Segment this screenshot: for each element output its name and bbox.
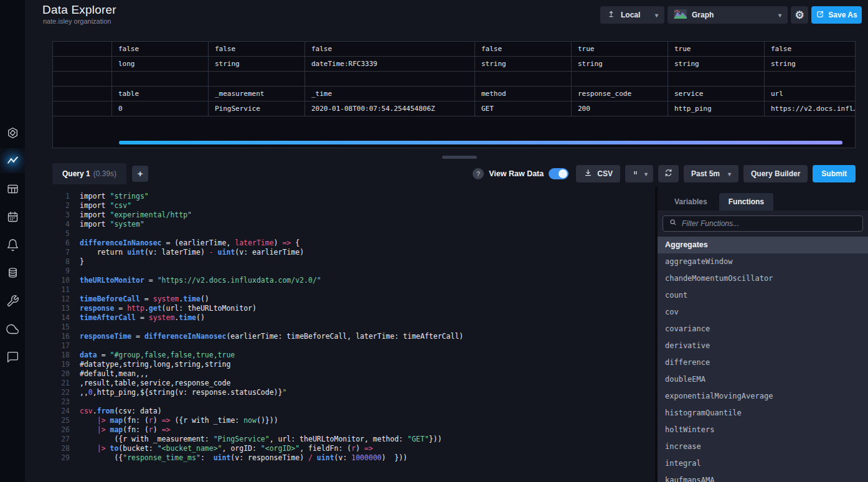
function-item[interactable]: covariance	[658, 321, 868, 338]
code-line[interactable]: 1import "strings"	[52, 192, 655, 201]
function-search-box[interactable]	[663, 215, 863, 232]
load-data-icon[interactable]	[0, 260, 25, 285]
time-range-label: Past 5m	[691, 169, 720, 178]
influxdb-logo-icon[interactable]	[0, 120, 25, 145]
table-cell: method	[475, 87, 572, 102]
code-line[interactable]: 22,,0,http_ping,${string(v: response.sta…	[52, 388, 655, 397]
save-as-label: Save As	[828, 11, 857, 19]
code-text: timeAfterCall = system.time()	[75, 313, 205, 323]
code-line[interactable]: 11	[52, 285, 655, 295]
code-line[interactable]: 2import "csv"	[52, 201, 655, 210]
code-line[interactable]: 28 |> to(bucket: "<bucket_name>", orgID:…	[52, 444, 655, 453]
code-line[interactable]: 29 ({"response_time_ms": uint(v: respons…	[52, 453, 655, 463]
code-line[interactable]: 10theURLtoMonitor = "https://v2.docs.inf…	[52, 276, 655, 285]
code-line[interactable]: 8}	[52, 257, 655, 267]
function-item[interactable]: derivative	[658, 338, 868, 354]
help-icon[interactable]: ?	[473, 168, 484, 179]
panel-resize-handle[interactable]	[442, 156, 477, 159]
cloud-icon[interactable]	[0, 316, 25, 341]
alerts-bell-icon[interactable]	[0, 232, 25, 257]
feedback-icon[interactable]	[0, 344, 25, 369]
function-item[interactable]: aggregateWindow	[658, 253, 868, 270]
function-search-input[interactable]	[682, 219, 857, 228]
functions-list: aggregateWindowchandeMomentumOscillatorc…	[658, 253, 868, 482]
code-line[interactable]: 26 |> map(fn: (r) =>	[52, 425, 655, 435]
function-item[interactable]: chandeMomentumOscillator	[658, 270, 868, 287]
table-cell	[765, 72, 855, 87]
function-item[interactable]: doubleEMA	[658, 371, 868, 388]
view-raw-data-toggle[interactable]	[549, 168, 568, 179]
line-number: 22	[52, 388, 75, 397]
function-item[interactable]: kaufmansAMA	[658, 472, 868, 482]
code-line[interactable]: 20#default,mean,,,	[52, 369, 655, 379]
source-dropdown[interactable]: Local ▾	[600, 6, 664, 24]
settings-button[interactable]: ⚙	[791, 6, 808, 24]
code-line[interactable]: 16responseTime = differenceInNanosec(ear…	[52, 332, 655, 341]
function-item[interactable]: histogramQuantile	[658, 405, 868, 422]
tasks-calendar-icon[interactable]	[0, 204, 25, 229]
flux-editor[interactable]: 1import "strings"2import "csv"3import "e…	[52, 187, 655, 482]
graph-thumbnail-icon	[674, 9, 687, 21]
tab-functions[interactable]: Functions	[719, 193, 773, 210]
code-line[interactable]: 25 |> map(fn: (r) => ({r with _time: now…	[52, 416, 655, 425]
function-item[interactable]: increase	[658, 438, 868, 455]
table-horizontal-scrollbar[interactable]	[119, 141, 842, 144]
tab-variables[interactable]: Variables	[665, 193, 717, 210]
code-line[interactable]: 6differenceInNanosec = (earlierTime, lat…	[52, 239, 655, 248]
add-query-button[interactable]: +	[132, 166, 148, 182]
time-range-dropdown[interactable]: Past 5m ▾	[684, 165, 738, 182]
function-item[interactable]: exponentialMovingAverage	[658, 388, 868, 405]
code-line[interactable]: 27 ({r with _measurement: "PingService",…	[52, 435, 655, 444]
function-item[interactable]: count	[658, 287, 868, 304]
line-number: 26	[52, 425, 75, 435]
code-line[interactable]: 14timeAfterCall = system.time()	[52, 313, 655, 323]
chevron-down-icon: ▾	[644, 171, 648, 177]
code-line[interactable]: 17	[52, 341, 655, 351]
code-line[interactable]: 21,result,table,service,response_code	[52, 379, 655, 388]
code-line[interactable]: 18data = "#group,false,false,true,true	[52, 351, 655, 360]
code-line[interactable]: 12timeBeforeCall = system.time()	[52, 295, 655, 304]
table-cell	[53, 72, 112, 87]
visualization-dropdown[interactable]: Graph ▾	[668, 6, 788, 24]
code-text: }	[75, 257, 84, 267]
page-header: Data Explorer nate.isley organization Lo…	[25, 0, 868, 32]
code-text: import "experimental/http"	[75, 210, 192, 220]
chevron-down-icon: ▾	[778, 12, 781, 19]
data-explorer-icon[interactable]	[0, 148, 25, 173]
code-line[interactable]: 24csv.from(csv: data)	[52, 407, 655, 416]
toggle-knob	[559, 169, 567, 178]
submit-button[interactable]: Submit	[813, 165, 856, 182]
csv-download-button[interactable]: CSV	[576, 165, 620, 182]
code-line[interactable]: 9	[52, 267, 655, 276]
line-number: 14	[52, 313, 75, 323]
dashboards-icon[interactable]	[0, 176, 25, 201]
code-line[interactable]: 4import "system"	[52, 220, 655, 229]
line-number: 6	[52, 239, 75, 248]
table-cell: false	[765, 42, 855, 57]
table-cell	[53, 87, 112, 102]
function-item[interactable]: difference	[658, 354, 868, 371]
table-cell: false	[475, 42, 572, 57]
table-cell	[475, 72, 572, 87]
table-cell: false	[209, 42, 305, 57]
code-line[interactable]: 5	[52, 229, 655, 239]
code-line[interactable]: 7 return uint(v: laterTime) - uint(v: ea…	[52, 248, 655, 257]
code-line[interactable]: 19#datatype,string,long,string,string	[52, 360, 655, 369]
code-line[interactable]: 23	[52, 397, 655, 407]
function-item[interactable]: integral	[658, 455, 868, 472]
code-line[interactable]: 15	[52, 323, 655, 332]
code-line[interactable]: 13response = http.get(url: theURLtoMonit…	[52, 304, 655, 313]
table-cell: response_code	[572, 87, 668, 102]
query-builder-button[interactable]: Query Builder	[743, 165, 808, 182]
pause-icon	[631, 168, 640, 179]
function-item[interactable]: cov	[658, 304, 868, 321]
code-line[interactable]: 3import "experimental/http"	[52, 210, 655, 220]
search-icon	[669, 218, 677, 229]
pause-button[interactable]: ▾	[625, 165, 653, 182]
refresh-button[interactable]	[658, 165, 679, 182]
code-text: |> to(bucket: "<bucket_name>", orgID: "<…	[75, 444, 373, 453]
query-tab[interactable]: Query 1 (0.39s)	[52, 163, 126, 184]
save-as-button[interactable]: Save As	[811, 6, 862, 24]
settings-wrench-icon[interactable]	[0, 288, 25, 313]
function-item[interactable]: holtWinters	[658, 422, 868, 438]
